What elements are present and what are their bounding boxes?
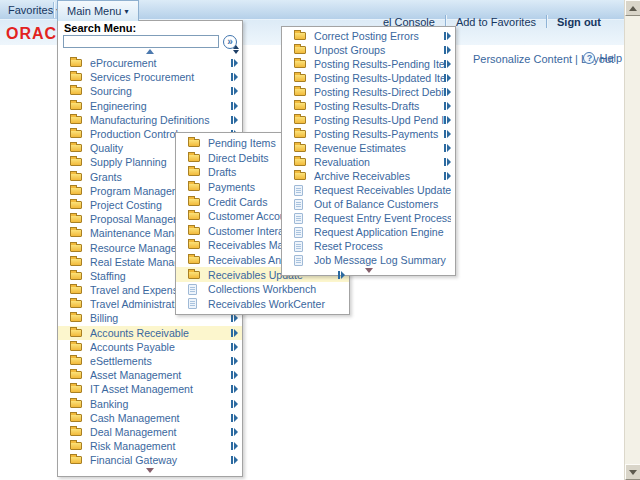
scrollbar-down-button[interactable] — [625, 464, 640, 480]
menu-item[interactable]: Manufacturing Definitions — [58, 113, 242, 127]
menu-item[interactable]: IT Asset Management — [58, 382, 242, 396]
menu-item[interactable]: Financial Gateway — [58, 453, 242, 467]
menu-item-label: eProcurement — [90, 57, 231, 69]
menu-item-label: Asset Management — [90, 369, 231, 381]
add-to-favorites-link[interactable]: Add to Favorites — [456, 16, 536, 28]
folder-icon — [294, 130, 306, 138]
sign-out-link[interactable]: Sign out — [557, 16, 601, 28]
menu-item-label: Services Procurement — [90, 71, 231, 83]
folder-icon — [188, 183, 200, 191]
submenu-arrow-icon — [444, 116, 451, 124]
menu-item[interactable]: Revenue Estimates — [282, 141, 455, 155]
help-icon: ? — [583, 52, 595, 64]
submenu-arrow-icon — [231, 442, 238, 450]
scroll-up-icon[interactable] — [146, 49, 154, 54]
menu-item[interactable]: Out of Balance Customers — [282, 197, 455, 211]
submenu-arrow-icon — [444, 158, 451, 166]
scroll-down-icon[interactable] — [365, 268, 373, 273]
menu-item[interactable]: Banking — [58, 397, 242, 411]
submenu-arrow-icon — [231, 400, 238, 408]
menu-item[interactable]: Request Entry Event Processor — [282, 211, 455, 225]
submenu-arrow-icon — [231, 414, 238, 422]
menu-item[interactable]: Cash Management — [58, 411, 242, 425]
menu-item[interactable]: Revaluation — [282, 155, 455, 169]
menu-item-label: Posting Results-Payments — [314, 128, 444, 140]
folder-icon — [188, 154, 200, 162]
main-menu-button[interactable]: Main Menu ▾ — [57, 0, 139, 21]
menu-item-label: Posting Results-Pending Items — [314, 58, 444, 70]
menu-item[interactable]: Posting Results-Drafts — [282, 99, 455, 113]
folder-icon — [70, 371, 82, 379]
menu-item[interactable]: Accounts Receivable — [58, 326, 242, 340]
submenu-arrow-icon — [231, 357, 238, 365]
scrollbar-up-button[interactable] — [625, 0, 640, 16]
menu-item-label: Manufacturing Definitions — [90, 114, 231, 126]
main-menu-label: Main Menu — [67, 5, 121, 17]
menu-item[interactable]: Request Application Engine — [282, 225, 455, 239]
menu-item[interactable]: Posting Results-Pending Items — [282, 57, 455, 71]
menu-item-label: IT Asset Management — [90, 383, 231, 395]
menu-item[interactable]: Collections Workbench — [176, 282, 349, 297]
folder-icon — [70, 343, 82, 351]
menu-resize-icon[interactable] — [233, 45, 239, 54]
folder-icon — [70, 357, 82, 365]
help-link[interactable]: ? Help — [583, 52, 622, 64]
submenu-arrow-icon — [231, 59, 238, 67]
menu-item[interactable]: Asset Management — [58, 368, 242, 382]
menu-item[interactable]: eProcurement — [58, 56, 242, 70]
menu-item[interactable]: eSettlements — [58, 354, 242, 368]
menu-item[interactable]: Correct Posting Errors — [282, 29, 455, 43]
menu-item-label: Financial Gateway — [90, 454, 231, 466]
document-icon — [294, 185, 303, 196]
submenu-arrow-icon — [444, 102, 451, 110]
menu-item[interactable]: Posting Results-Direct Debits — [282, 85, 455, 99]
folder-icon — [70, 272, 82, 280]
menu-item[interactable]: Accounts Payable — [58, 340, 242, 354]
menu-item-label: Correct Posting Errors — [314, 30, 444, 42]
folder-icon — [70, 102, 82, 110]
folder-icon — [70, 456, 82, 464]
folder-icon — [70, 244, 82, 252]
menu-item[interactable]: Archive Receivables — [282, 169, 455, 183]
menu-item[interactable]: Unpost Groups — [282, 43, 455, 57]
menu-item[interactable]: Job Message Log Summary — [282, 253, 455, 267]
menu-item[interactable]: Risk Management — [58, 439, 242, 453]
submenu-arrow-icon — [231, 102, 238, 110]
document-icon — [188, 284, 197, 295]
menu-item[interactable]: Reset Process — [282, 239, 455, 253]
menu-item[interactable]: Sourcing — [58, 84, 242, 98]
folder-icon — [188, 271, 200, 279]
folder-icon — [70, 442, 82, 450]
scroll-down-icon[interactable] — [146, 468, 154, 473]
folder-icon — [294, 88, 306, 96]
menu-item[interactable]: Deal Management — [58, 425, 242, 439]
document-icon — [294, 199, 303, 210]
submenu-arrow-icon — [231, 456, 238, 464]
menu-search-input[interactable] — [63, 35, 219, 48]
menu-item[interactable]: Services Procurement — [58, 70, 242, 84]
document-icon — [188, 298, 197, 309]
folder-icon — [70, 400, 82, 408]
folder-icon — [70, 201, 82, 209]
folder-icon — [188, 212, 200, 220]
menu-item[interactable]: Posting Results-Updated Items — [282, 71, 455, 85]
folder-icon — [70, 116, 82, 124]
menu-item[interactable]: Posting Results-Payments — [282, 127, 455, 141]
document-icon — [294, 255, 303, 266]
favorites-label: Favorites — [8, 4, 53, 16]
menu-item-label: Job Message Log Summary — [314, 254, 451, 266]
menu-item[interactable]: Engineering — [58, 99, 242, 113]
menu-item-label: Posting Results-Upd Pend Items — [314, 114, 444, 126]
menu-item[interactable]: Posting Results-Upd Pend Items — [282, 113, 455, 127]
folder-icon — [70, 130, 82, 138]
folder-icon — [70, 314, 82, 322]
folder-icon — [294, 116, 306, 124]
window-scrollbar[interactable] — [624, 0, 640, 480]
menu-item[interactable]: Request Receivables Update — [282, 183, 455, 197]
menu-item[interactable]: Receivables WorkCenter — [176, 297, 349, 312]
menu-item-label: Revaluation — [314, 156, 444, 168]
menu-item-label: Banking — [90, 398, 231, 410]
folder-icon — [70, 215, 82, 223]
menu-item-label: Collections Workbench — [208, 283, 345, 295]
menu-item-label: Request Entry Event Processor — [314, 212, 451, 224]
